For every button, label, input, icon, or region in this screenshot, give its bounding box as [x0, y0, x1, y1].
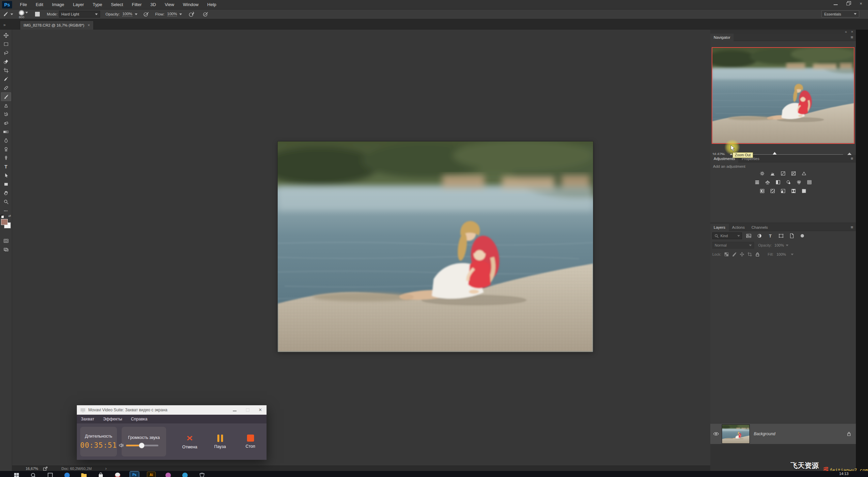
store-icon[interactable]	[96, 472, 105, 477]
color-lookup-icon[interactable]	[806, 179, 813, 186]
brush-picker[interactable]: 800	[19, 10, 25, 19]
quick-selection-tool[interactable]	[1, 57, 11, 66]
tab-navigator[interactable]: Navigator	[710, 34, 734, 41]
opacity-value[interactable]: 100%	[122, 12, 132, 17]
navigator-proxy-view[interactable]	[712, 47, 855, 144]
blur-tool[interactable]	[1, 136, 11, 145]
blend-mode-select[interactable]: Hard Light	[59, 11, 100, 18]
start-button[interactable]	[12, 472, 21, 477]
menu-filter[interactable]: Filter	[127, 0, 146, 9]
tab-layers[interactable]: Layers	[710, 224, 729, 231]
menu-help[interactable]: Help	[203, 0, 221, 9]
crop-tool[interactable]	[1, 66, 11, 75]
canvas-area[interactable]	[12, 30, 710, 466]
channel-mixer-icon[interactable]	[795, 179, 803, 186]
panel-menu-icon[interactable]: ≡	[850, 225, 853, 230]
hue-saturation-icon[interactable]	[753, 179, 761, 186]
status-zoom[interactable]: 16,67%	[26, 467, 38, 471]
layer-visibility-toggle[interactable]	[710, 432, 722, 436]
recycle-app-icon[interactable]	[197, 472, 206, 477]
gradient-map-icon[interactable]	[790, 188, 797, 194]
rectangle-tool[interactable]	[1, 180, 11, 189]
movavi-title-bar[interactable]: Movavi Video Suite: Захват видео с экран…	[77, 405, 267, 415]
panel-close-icon[interactable]: ×	[851, 30, 853, 34]
eraser-tool[interactable]	[1, 119, 11, 127]
layer-thumbnail[interactable]	[722, 424, 750, 444]
tab-channels[interactable]: Channels	[748, 224, 771, 231]
default-colors-icon[interactable]	[1, 216, 4, 218]
double-arrow-icon[interactable]: »	[3, 23, 6, 27]
color-balance-icon[interactable]	[764, 179, 771, 186]
lasso-tool[interactable]	[1, 49, 11, 57]
threshold-icon[interactable]	[779, 188, 787, 194]
app-icon[interactable]	[113, 472, 122, 477]
lock-all-icon[interactable]	[755, 252, 760, 257]
menu-file[interactable]: File	[16, 0, 31, 9]
airbrush-icon[interactable]	[188, 11, 195, 18]
clone-stamp-tool[interactable]	[1, 101, 11, 110]
document-image[interactable]	[278, 141, 593, 352]
restore-icon[interactable]	[846, 2, 850, 5]
posterize-icon[interactable]	[769, 188, 776, 194]
smoothing-icon[interactable]	[202, 11, 209, 18]
rectangular-marquee-tool[interactable]	[1, 40, 11, 49]
layer-opacity-value[interactable]: 100%	[774, 243, 784, 247]
filtering-toggle-icon[interactable]	[801, 234, 804, 237]
tool-preset-picker[interactable]	[3, 11, 13, 17]
menu-select[interactable]: Select	[106, 0, 127, 9]
filter-adjustment-layers-icon[interactable]	[755, 232, 764, 239]
stop-button[interactable]: Стоп	[238, 435, 263, 449]
edge-icon[interactable]	[63, 472, 71, 477]
layer-row-background[interactable]: Background	[710, 424, 856, 444]
filter-type-layers-icon[interactable]: T	[766, 232, 774, 239]
document-tab[interactable]: IMG_8278.CR2 @ 16,7% (RGB/8*) ×	[20, 21, 94, 30]
pen-tool[interactable]	[1, 154, 11, 162]
pause-button[interactable]: Пауза	[207, 435, 233, 449]
invert-icon[interactable]	[758, 188, 766, 194]
hand-tool[interactable]	[1, 189, 11, 197]
curves-icon[interactable]	[779, 170, 787, 177]
volume-knob[interactable]	[139, 443, 145, 448]
close-icon[interactable]: ×	[259, 408, 262, 412]
menu-edit[interactable]: Edit	[31, 0, 48, 9]
gradient-tool[interactable]	[1, 127, 11, 136]
chevron-down-icon[interactable]	[25, 12, 28, 13]
file-explorer-icon[interactable]	[80, 472, 88, 477]
task-view-button[interactable]	[46, 472, 55, 477]
lock-artboard-icon[interactable]	[747, 252, 752, 257]
close-icon[interactable]: ×	[859, 2, 863, 6]
filter-shape-layers-icon[interactable]	[777, 232, 785, 239]
swap-colors-icon[interactable]: ⇄	[8, 214, 11, 218]
dodge-tool[interactable]	[1, 145, 11, 154]
menu-window[interactable]: Window	[179, 0, 203, 9]
move-tool[interactable]	[1, 31, 11, 40]
lock-position-icon[interactable]	[740, 252, 744, 257]
levels-icon[interactable]	[769, 170, 776, 177]
minimize-icon[interactable]	[233, 409, 237, 411]
brightness-contrast-icon[interactable]	[758, 170, 766, 177]
zoom-tool[interactable]	[1, 197, 11, 206]
menu-effects[interactable]: Эффекты	[103, 417, 122, 421]
chevron-down-icon[interactable]	[179, 13, 182, 15]
taskbar-illustrator-icon[interactable]: Ai	[147, 472, 156, 477]
layer-filter-select[interactable]: Kind	[712, 232, 742, 239]
quick-mask-button[interactable]	[1, 236, 11, 245]
black-white-icon[interactable]	[774, 179, 782, 186]
share-icon[interactable]	[43, 466, 48, 471]
lock-transparency-icon[interactable]	[724, 252, 729, 257]
edit-toolbar-ellipsis[interactable]: •••	[1, 206, 11, 215]
cancel-button[interactable]: × Отмена	[177, 434, 203, 449]
tab-actions[interactable]: Actions	[729, 224, 748, 231]
screen-mode-button[interactable]	[1, 245, 11, 254]
eyedropper-tool[interactable]	[1, 75, 11, 84]
toggle-brush-panel-icon[interactable]	[34, 11, 41, 18]
panel-menu-icon[interactable]: ≡	[850, 156, 853, 161]
vibrance-icon[interactable]	[800, 170, 808, 177]
layer-name[interactable]: Background	[754, 432, 775, 436]
flow-value[interactable]: 100%	[167, 12, 177, 17]
volume-slider[interactable]	[126, 445, 158, 446]
history-brush-tool[interactable]	[1, 110, 11, 119]
fill-value[interactable]: 100%	[776, 252, 786, 256]
collapse-panels-icon[interactable]: «	[845, 30, 847, 34]
chevron-down-icon[interactable]	[135, 13, 137, 15]
